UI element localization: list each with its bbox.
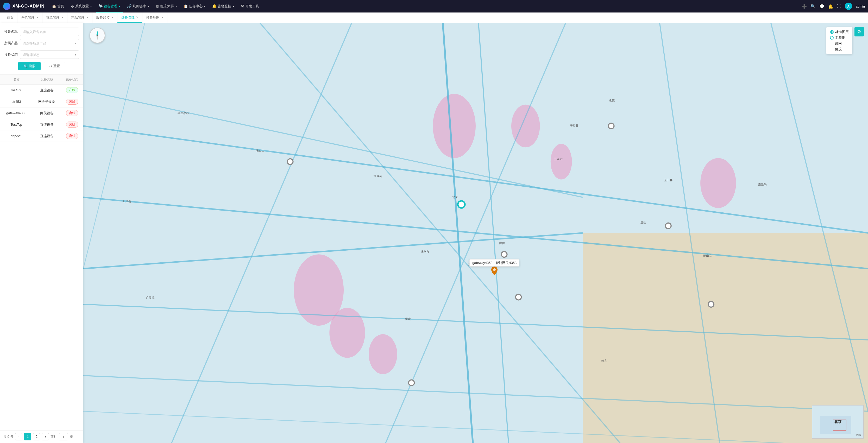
map-layer-controls: 标准图层 卫星图 路网 路况 [826,27,852,54]
search-button[interactable]: 🔍 搜索 [18,62,41,70]
nav-system[interactable]: ⚙ 系统设置 ▾ [68,0,94,12]
tab-menu[interactable]: 菜单管理 ✕ [42,12,67,23]
svg-point-25 [609,123,614,129]
table-row[interactable]: ctr453网关子设备离线 [0,96,83,107]
device-name-cell: httpde1 [0,130,33,142]
satellite-layer-label: 卫星图 [835,35,845,40]
tab-close-menu[interactable]: ✕ [61,16,64,19]
tools-icon: 🛠 [241,4,245,8]
device-name-cell: ws432 [0,85,33,96]
traffic-option[interactable]: 路况 [830,47,849,52]
tab-close-service[interactable]: ✕ [111,16,114,19]
tab-device[interactable]: 设备管理 ✕ [117,12,143,23]
svg-point-28 [516,294,521,300]
prev-page-button[interactable]: ‹ [15,433,22,440]
chevron-down-icon: ▾ [176,5,177,8]
road-checkbox[interactable] [830,42,833,45]
search-icon[interactable]: 🔍 [810,4,816,9]
status-select-wrap: 请选择状态 ▾ [20,51,79,59]
device-name-row: 设备名称 [4,28,79,36]
chevron-down-icon: ▾ [119,5,120,8]
tab-product[interactable]: 产品管理 ✕ [67,12,92,23]
button-row: 🔍 搜索 ↺ 重置 [4,62,79,70]
road-option[interactable]: 路网 [830,41,849,46]
device-name-input[interactable] [20,28,79,36]
device-name-label: 设备名称 [4,29,20,34]
device-name-cell: gateway4353 [0,107,33,119]
notification-icon[interactable]: 🔔 [828,4,833,9]
standard-layer-radio[interactable] [830,30,834,34]
goto-label: 前往 [51,435,57,439]
tab-close-product[interactable]: ✕ [86,16,89,19]
satellite-layer-option[interactable]: 卫星图 [830,35,849,40]
status-select[interactable]: 请选择状态 [20,51,79,59]
tab-home[interactable]: 首页 [3,12,18,23]
device-status-cell: 离线 [61,107,83,119]
chevron-down-icon: ▾ [204,5,206,8]
fullscreen-icon[interactable]: ⛶ [837,4,841,8]
nav-right: ➕ 🔍 💬 🔔 ⛶ A admin [802,3,865,10]
road-label: 路网 [835,41,842,46]
compass-circle [90,28,105,43]
total-count: 共 9 条 [3,435,13,439]
table-row[interactable]: gateway4353网关设备离线 [0,107,83,119]
nav-dev-tools[interactable]: 🛠 开发工具 [238,0,262,12]
product-label: 所属产品 [4,41,20,45]
table-row[interactable]: ws432直连设备在线 [0,85,83,96]
map-marker-gateway4353[interactable]: gateway4353 - 智能网关4353 [491,266,498,275]
nav-task[interactable]: 📋 任务中心 ▾ [181,0,208,12]
nav-alarm[interactable]: 🔔 告警监控 ▾ [210,0,237,12]
nav-device[interactable]: 📡 设备管理 ▾ [96,0,123,12]
tab-close-role[interactable]: ✕ [36,16,38,19]
svg-point-27 [501,251,507,257]
svg-point-31 [408,380,414,385]
device-type-cell: 直连设备 [33,85,61,96]
traffic-checkbox[interactable] [830,48,833,51]
svg-point-8 [700,158,736,208]
compass [90,28,105,43]
device-table: 名称 设备类型 设备状态 ws432直连设备在线ctr453网关子设备离线gat… [0,75,83,142]
device-icon: 📡 [98,4,103,8]
product-row: 所属产品 请选择所属产品 ▾ [4,39,79,48]
device-status-cell: 在线 [61,85,83,96]
nav-rules[interactable]: 🔗 规则链库 ▾ [124,0,152,12]
goto-page-input[interactable] [59,433,68,440]
nav-org[interactable]: 🖥 组态大屏 ▾ [153,0,179,12]
svg-point-5 [369,334,397,374]
chevron-down-icon: ▾ [233,5,234,8]
mini-map-sub-label: 渤海 [856,433,861,437]
search-section: 设备名称 所属产品 请选择所属产品 ▾ 设备状态 请选择状态 ▾ [0,23,83,75]
tab-close-device[interactable]: ✕ [136,15,138,19]
pagination: 共 9 条 ‹ 1 2 › 前往 页 [0,430,83,443]
product-select[interactable]: 请选择所属产品 [20,39,79,48]
screen-icon: 🖥 [156,4,159,8]
page-suffix: 页 [70,435,73,439]
tab-service[interactable]: 服务监控 ✕ [92,12,117,23]
system-icon: ⚙ [71,4,74,8]
tab-close-device-map[interactable]: ✕ [161,16,163,19]
mini-map: 北京 渤海 [812,405,864,439]
tab-device-map[interactable]: 设备地图 ✕ [143,12,167,23]
nav-home[interactable]: 🏠 首页 [49,0,67,12]
status-row: 设备状态 请选择状态 ▾ [4,51,79,59]
rules-icon: 🔗 [127,4,131,8]
next-page-button[interactable]: › [42,433,49,440]
svg-point-24 [458,201,465,208]
add-icon[interactable]: ➕ [802,4,807,9]
chevron-down-icon: ▾ [90,5,92,8]
map-settings-button[interactable]: ⚙ [855,27,864,36]
satellite-layer-radio[interactable] [830,36,834,39]
table-row[interactable]: httpde1直连设备离线 [0,130,83,142]
page-2-button[interactable]: 2 [33,433,40,440]
standard-layer-option[interactable]: 标准图层 [830,30,849,34]
reset-button[interactable]: ↺ 重置 [44,62,65,70]
logo[interactable]: 🌀 XM-GO-ADMIN [3,3,44,10]
tab-role[interactable]: 角色管理 ✕ [18,12,42,23]
reset-icon: ↺ [49,64,52,68]
page-1-button[interactable]: 1 [24,433,31,440]
table-row[interactable]: TestTcp直连设备离线 [0,119,83,130]
avatar[interactable]: A [845,3,852,10]
col-type: 设备类型 [33,75,61,85]
search-icon: 🔍 [24,64,28,68]
message-icon[interactable]: 💬 [819,4,825,9]
